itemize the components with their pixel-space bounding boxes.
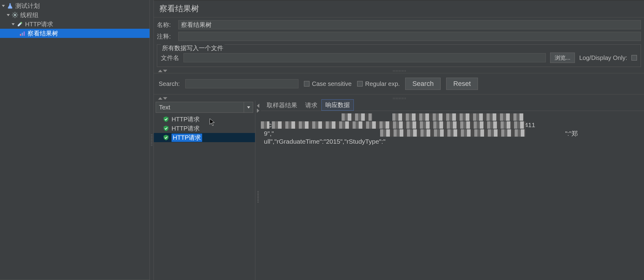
flask-icon (7, 2, 13, 9)
svg-line-9 (16, 13, 17, 14)
svg-rect-14 (24, 31, 25, 36)
svg-marker-11 (12, 23, 15, 25)
search-label: Search: (159, 80, 180, 87)
renderer-select[interactable]: Text (156, 102, 253, 113)
log-display-only-label: Log/Display Only: (579, 54, 627, 61)
dropper-icon (17, 21, 23, 28)
svg-line-10 (13, 16, 14, 17)
fieldset-legend: 所有数据写入一个文件 (161, 44, 224, 52)
collapse-left-icon[interactable] (257, 104, 259, 108)
success-shield-icon (163, 134, 169, 141)
name-label: 名称: (157, 21, 178, 29)
redacted-block (380, 129, 526, 137)
svg-marker-15 (247, 106, 250, 109)
tab-response-data[interactable]: 响应数据 (321, 99, 354, 111)
sample-result-row[interactable]: HTTP请求 (154, 133, 255, 142)
response-text: ":"郑 (565, 130, 578, 137)
chart-icon (19, 30, 26, 37)
case-sensitive-label: Case sensitive (312, 80, 352, 87)
regular-exp-label: Regular exp. (365, 80, 400, 87)
tree-label: 察看结果树 (28, 29, 58, 38)
collapse-down-icon[interactable] (163, 70, 167, 72)
chevron-down-icon[interactable] (244, 102, 253, 112)
horizontal-splitter[interactable] (154, 69, 644, 73)
tree-node-test-plan[interactable]: 测试计划 (0, 1, 150, 10)
tree-node-http-request[interactable]: HTTP请求 (0, 20, 150, 29)
chevron-down-icon[interactable] (6, 13, 10, 17)
success-shield-icon (163, 116, 169, 122)
vertical-splitter[interactable] (150, 0, 154, 280)
svg-marker-1 (7, 14, 10, 16)
search-button[interactable]: Search (405, 78, 441, 90)
search-input[interactable] (185, 79, 298, 88)
tree-node-thread-group[interactable]: 线程组 (0, 10, 150, 20)
tree-node-view-results-tree[interactable]: 察看结果树 (0, 29, 150, 38)
page-title: 察看结果树 (154, 0, 644, 17)
browse-button[interactable]: 浏览... (550, 53, 575, 63)
svg-line-8 (16, 16, 17, 17)
sample-result-list[interactable]: HTTP请求HTTP请求HTTP请求 (154, 115, 255, 280)
renderer-select-value: Text (156, 104, 244, 111)
collapse-up-icon[interactable] (158, 70, 162, 72)
tree-label: HTTP请求 (25, 20, 53, 28)
collapse-right-icon[interactable] (257, 109, 259, 113)
gear-icon (12, 12, 18, 18)
sample-result-row[interactable]: HTTP请求 (154, 115, 255, 124)
svg-rect-13 (22, 33, 23, 36)
checkbox-icon[interactable] (304, 81, 309, 87)
svg-rect-12 (20, 34, 21, 36)
redacted-block (342, 113, 372, 121)
svg-marker-0 (2, 5, 5, 7)
name-field[interactable] (178, 20, 641, 29)
case-sensitive-option[interactable]: Case sensitive (304, 80, 352, 87)
response-data-text[interactable]: {"code":"30001","message":"请求成功","data":… (261, 111, 644, 280)
tree-label: 线程组 (20, 11, 39, 19)
main-panel: 察看结果树 名称: 注释: 所有数据写入一个文件 文件名 浏览... Log/D… (154, 0, 644, 280)
result-tabs: 取样器结果 请求 响应数据 (261, 101, 644, 111)
svg-point-2 (14, 14, 16, 16)
tree-panel: 测试计划 线程组 HTTP请求 (0, 0, 150, 280)
chevron-down-icon[interactable] (11, 22, 15, 26)
redacted-block (261, 121, 269, 129)
collapse-up-icon[interactable] (158, 97, 162, 100)
tab-sampler-result[interactable]: 取样器结果 (263, 100, 301, 111)
reset-button[interactable]: Reset (446, 78, 478, 90)
sample-result-label: HTTP请求 (172, 124, 200, 133)
vertical-splitter[interactable] (255, 101, 261, 280)
svg-line-7 (13, 13, 14, 14)
collapse-down-icon[interactable] (163, 97, 167, 100)
filename-label: 文件名 (161, 54, 179, 62)
response-text: ull","rGraduateTime":"2015","rStudyType"… (264, 138, 385, 145)
success-shield-icon (163, 125, 169, 131)
regular-exp-option[interactable]: Regular exp. (357, 80, 400, 87)
test-plan-tree[interactable]: 测试计划 线程组 HTTP请求 (0, 0, 150, 38)
write-to-file-fieldset: 所有数据写入一个文件 文件名 浏览... Log/Display Only: (157, 44, 641, 67)
sample-result-row[interactable]: HTTP请求 (154, 124, 255, 133)
response-text: 9"," (264, 130, 274, 137)
redacted-block (392, 113, 524, 121)
chevron-down-icon[interactable] (1, 4, 6, 8)
tree-label: 测试计划 (15, 2, 40, 10)
sample-result-label: HTTP请求 (172, 134, 202, 142)
checkbox-icon[interactable] (357, 81, 363, 87)
redacted-block (272, 121, 526, 129)
filename-field[interactable] (183, 53, 546, 62)
horizontal-splitter[interactable] (154, 96, 644, 101)
comment-field[interactable] (178, 32, 641, 41)
log-display-only-checkbox[interactable] (631, 55, 637, 61)
sample-result-label: HTTP请求 (172, 115, 200, 123)
tab-request[interactable]: 请求 (301, 100, 321, 111)
comment-label: 注释: (157, 32, 178, 41)
